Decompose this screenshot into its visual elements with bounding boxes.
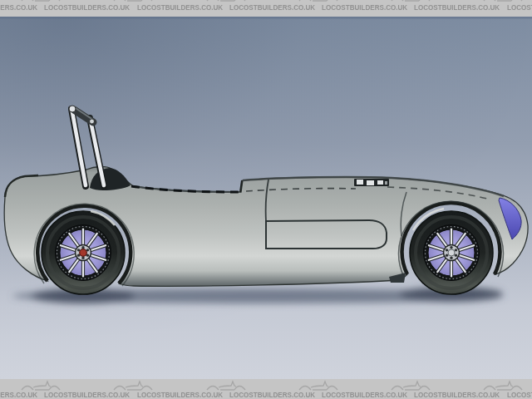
watermark-tile: LOCOSTBUILDERS.CO.UK — [43, 379, 135, 399]
watermark-text: LOCOSTBUILDERS.CO.UK — [229, 2, 315, 12]
watermark-text: LOCOSTBUILDERS.CO.UK — [507, 390, 532, 399]
watermark-tile: LOCOSTBUILDERS.CO.UK — [0, 0, 43, 17]
watermark-text: LOCOSTBUILDERS.CO.UK — [322, 2, 407, 12]
watermark-text: LOCOSTBUILDERS.CO.UK — [414, 2, 500, 12]
watermark-row: LOCOSTBUILDERS.CO.UK LOCOSTBUILDERS.CO.U… — [0, 0, 532, 17]
car-render-image — [0, 17, 532, 379]
watermark-text: LOCOSTBUILDERS.CO.UK — [137, 390, 223, 399]
watermark-text: LOCOSTBUILDERS.CO.UK — [44, 390, 130, 399]
watermark-text: LOCOSTBUILDERS.CO.UK — [137, 2, 223, 12]
watermark-text: LOCOSTBUILDERS.CO.UK — [0, 390, 37, 399]
watermark-tile: LOCOSTBUILDERS.CO.UK — [136, 379, 229, 399]
watermark-banner-bottom: LOCOSTBUILDERS.CO.UK LOCOSTBUILDERS.CO.U… — [0, 379, 532, 399]
watermark-tile: LOCOSTBUILDERS.CO.UK — [506, 0, 532, 17]
watermark-tile: LOCOSTBUILDERS.CO.UK — [43, 0, 135, 17]
watermark-banner-top: LOCOSTBUILDERS.CO.UK LOCOSTBUILDERS.CO.U… — [0, 0, 532, 17]
watermark-tile: LOCOSTBUILDERS.CO.UK — [136, 0, 229, 17]
watermark-tile: LOCOSTBUILDERS.CO.UK — [0, 379, 43, 399]
watermark-tile: LOCOSTBUILDERS.CO.UK — [229, 379, 321, 399]
locostbuilders-watermarked-image: LOCOSTBUILDERS.CO.UK LOCOSTBUILDERS.CO.U… — [0, 0, 532, 399]
watermark-text: LOCOSTBUILDERS.CO.UK — [507, 2, 532, 12]
watermark-tile: LOCOSTBUILDERS.CO.UK — [413, 0, 505, 17]
watermark-row: LOCOSTBUILDERS.CO.UK LOCOSTBUILDERS.CO.U… — [0, 379, 532, 399]
rear-hub-cap-red — [80, 249, 87, 257]
watermark-text: LOCOSTBUILDERS.CO.UK — [44, 2, 130, 12]
watermark-text: LOCOSTBUILDERS.CO.UK — [229, 390, 315, 399]
watermark-tile: LOCOSTBUILDERS.CO.UK — [321, 379, 413, 399]
watermark-tile: LOCOSTBUILDERS.CO.UK — [229, 0, 321, 17]
car-render-svg — [0, 17, 532, 379]
watermark-text: LOCOSTBUILDERS.CO.UK — [414, 390, 500, 399]
watermark-text: LOCOSTBUILDERS.CO.UK — [322, 390, 407, 399]
front-wheel — [410, 211, 493, 294]
watermark-tile: LOCOSTBUILDERS.CO.UK — [321, 0, 413, 17]
watermark-text: LOCOSTBUILDERS.CO.UK — [0, 2, 37, 12]
watermark-tile: LOCOSTBUILDERS.CO.UK — [413, 379, 505, 399]
front-hub-cap — [448, 249, 455, 256]
bonnet-hardware — [354, 179, 389, 186]
render-top-edge — [0, 17, 532, 19]
watermark-tile: LOCOSTBUILDERS.CO.UK — [506, 379, 532, 399]
